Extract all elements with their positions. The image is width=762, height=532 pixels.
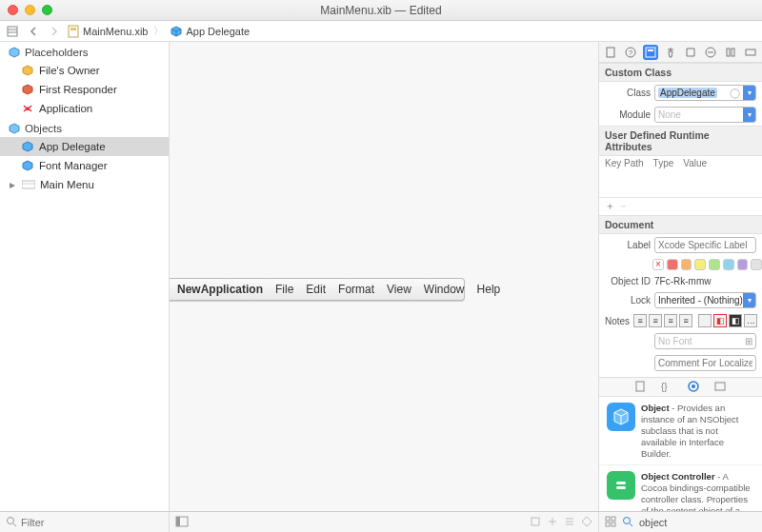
navigator-filter-input[interactable] (21, 517, 163, 528)
library-item-object-controller[interactable]: Object Controller - A Cocoa bindings-com… (599, 465, 762, 511)
library-list[interactable]: Object - Provides an instance of an NSOb… (599, 397, 762, 511)
library-item-object[interactable]: Object - Provides an instance of an NSOb… (599, 397, 762, 465)
nofont-text: No Font (658, 336, 692, 346)
text-style-button[interactable]: ◧ (713, 314, 727, 327)
svg-line-39 (630, 523, 632, 526)
grid-view-icon[interactable] (605, 516, 616, 529)
breadcrumb-file[interactable]: MainMenu.xib (67, 25, 148, 38)
svg-rect-14 (732, 49, 734, 56)
filter-icon[interactable] (622, 516, 633, 529)
align-icon[interactable] (564, 516, 575, 529)
document-outline-toggle[interactable] (175, 516, 189, 529)
svg-rect-35 (612, 517, 615, 521)
align-center-button[interactable]: ≡ (649, 314, 662, 327)
library-item-text: Object Controller - A Cocoa bindings-com… (641, 471, 754, 511)
add-attr-button[interactable]: ＋ (605, 200, 615, 211)
effects-inspector-tab[interactable] (743, 45, 758, 60)
pin-icon[interactable] (547, 516, 558, 529)
swatch-green[interactable] (709, 259, 720, 270)
menu-item-window[interactable]: Window (424, 283, 465, 296)
doc-label-label: Label (605, 240, 651, 250)
svg-rect-13 (727, 49, 730, 56)
filter-icon[interactable] (6, 516, 17, 529)
identity-inspector-tab[interactable] (643, 45, 658, 60)
object-library-tab[interactable] (688, 381, 701, 394)
file-inspector-tab[interactable] (603, 45, 618, 60)
module-combobox[interactable]: None ▾ (654, 107, 756, 123)
bindings-inspector-tab[interactable] (723, 45, 738, 60)
lock-select[interactable]: Inherited - (Nothing) ▾ (654, 292, 756, 308)
outline-toggle-icon[interactable] (4, 24, 21, 39)
align-right-button[interactable]: ≡ (664, 314, 677, 327)
nav-back-button[interactable] (25, 24, 42, 39)
text-color-button[interactable] (698, 314, 712, 327)
nav-forward-button[interactable] (46, 24, 63, 39)
font-field[interactable]: No Font ⊞ (654, 333, 756, 349)
menu-app-name[interactable]: NewApplication (177, 283, 263, 296)
menu-item-edit[interactable]: Edit (306, 283, 326, 296)
nav-font-manager[interactable]: Font Manager (0, 156, 169, 175)
chevron-down-icon[interactable]: ▾ (743, 86, 755, 100)
minimize-window-button[interactable] (25, 5, 35, 15)
nav-main-menu[interactable]: ▸ Main Menu (0, 175, 169, 194)
align-justify-button[interactable]: ≡ (679, 314, 692, 327)
chevron-down-icon[interactable]: ▾ (743, 108, 755, 122)
nav-first-responder[interactable]: First Responder (0, 80, 169, 99)
class-label: Class (605, 88, 651, 98)
nav-application[interactable]: Application (0, 99, 169, 118)
align-left-button[interactable]: ≡ (633, 314, 647, 327)
menu-item-help[interactable]: Help (477, 283, 501, 296)
chevron-updown-icon[interactable]: ▾ (743, 293, 755, 307)
titlebar: MainMenu.xib — Edited (0, 0, 762, 21)
runtime-attrs-table[interactable] (599, 170, 762, 197)
localizer-comment-field[interactable] (654, 355, 756, 371)
swatch-yellow[interactable] (694, 259, 706, 270)
class-combobox[interactable]: AppDelegate ◯ ▾ (654, 85, 756, 101)
object-icon (607, 403, 635, 431)
nav-files-owner[interactable]: File's Owner (0, 61, 169, 80)
svg-rect-28 (176, 517, 188, 526)
label-color-swatches: × (599, 256, 762, 273)
help-inspector-tab[interactable]: ? (623, 45, 638, 60)
close-window-button[interactable] (8, 5, 18, 15)
connections-inspector-tab[interactable] (703, 45, 718, 60)
font-picker-icon[interactable]: ⊞ (745, 336, 752, 346)
library-item-text: Object - Provides an instance of an NSOb… (641, 403, 754, 459)
swatch-purple[interactable] (737, 259, 749, 270)
library-filter-input[interactable] (639, 517, 762, 528)
svg-line-27 (13, 523, 16, 526)
breadcrumb-object[interactable]: App Delegate (170, 25, 250, 38)
swatch-gray[interactable] (751, 259, 762, 270)
placeholders-group[interactable]: Placeholders (0, 42, 169, 61)
placeholders-label: Placeholders (25, 47, 88, 58)
menu-item-file[interactable]: File (275, 283, 293, 296)
clear-icon[interactable]: ◯ (730, 88, 743, 98)
disclosure-triangle-icon[interactable]: ▸ (10, 178, 17, 191)
canvas[interactable]: NewApplication File Edit Format View Win… (170, 42, 598, 511)
code-snippets-tab[interactable]: {} (661, 381, 674, 394)
xib-file-icon (67, 25, 80, 38)
nav-item-label: File's Owner (39, 65, 100, 76)
swatch-red[interactable] (667, 259, 678, 270)
nav-app-delegate[interactable]: App Delegate (0, 137, 169, 156)
bg-color-button[interactable]: ◧ (729, 314, 742, 327)
remove-attr-button[interactable]: － (618, 200, 629, 211)
attributes-inspector-tab[interactable] (663, 45, 678, 60)
doc-label-field[interactable] (654, 237, 756, 253)
resolve-icon[interactable] (581, 516, 592, 529)
preview-menu-bar[interactable]: NewApplication File Edit Format View Win… (170, 278, 465, 301)
file-templates-tab[interactable] (634, 381, 648, 394)
menu-item-view[interactable]: View (387, 283, 411, 296)
zoom-window-button[interactable] (42, 5, 52, 15)
svg-rect-29 (176, 517, 180, 526)
more-notes-button[interactable]: … (744, 314, 757, 327)
swatch-none[interactable]: × (652, 259, 664, 270)
menu-item-format[interactable]: Format (338, 283, 374, 296)
media-library-tab[interactable] (714, 381, 728, 394)
swatch-orange[interactable] (681, 259, 692, 270)
size-inspector-tab[interactable] (683, 45, 698, 60)
objects-group[interactable]: Objects (0, 118, 169, 137)
auto-layout-issues-icon[interactable] (530, 516, 541, 529)
lock-label: Lock (605, 295, 651, 305)
swatch-blue[interactable] (723, 259, 734, 270)
